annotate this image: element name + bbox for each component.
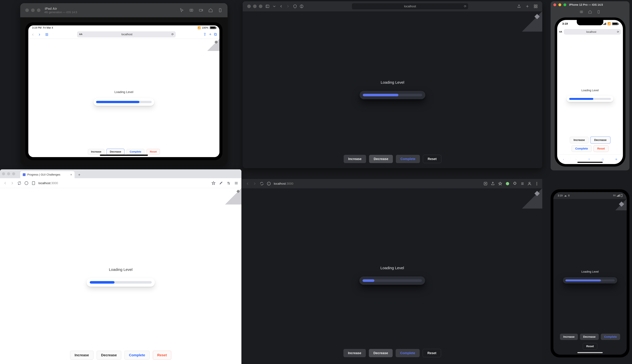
shield-icon[interactable] xyxy=(293,4,297,8)
record-icon[interactable] xyxy=(199,8,203,12)
reset-button[interactable]: Reset xyxy=(583,343,597,350)
rotate-icon[interactable] xyxy=(218,8,222,12)
reset-button[interactable]: Reset xyxy=(423,155,441,163)
reset-button[interactable]: Reset xyxy=(146,149,160,154)
decrease-button[interactable]: Decrease xyxy=(580,334,599,340)
tab[interactable]: Progress | GUI Challenges × xyxy=(20,171,74,178)
zoom-button[interactable] xyxy=(12,172,15,175)
decrease-button[interactable]: Decrease xyxy=(97,351,121,360)
menu-button[interactable] xyxy=(535,182,539,186)
forward-button[interactable]: › xyxy=(38,32,42,37)
bookmark-button[interactable] xyxy=(498,182,502,186)
increase-button[interactable]: Increase xyxy=(70,351,94,360)
eyedropper-icon[interactable] xyxy=(219,181,223,185)
complete-button[interactable]: Complete xyxy=(601,334,620,340)
traffic-lights[interactable] xyxy=(247,4,262,8)
settings-icon[interactable] xyxy=(226,181,231,185)
url-field[interactable]: localhost:3000 xyxy=(38,181,208,185)
new-tab-button[interactable] xyxy=(525,4,529,8)
home-indicator[interactable] xyxy=(578,162,603,163)
screenshot-icon[interactable] xyxy=(580,10,583,14)
traffic-lights[interactable] xyxy=(2,172,15,175)
close-button[interactable] xyxy=(2,172,5,175)
new-tab-button[interactable]: + xyxy=(209,32,212,37)
reset-button[interactable]: Reset xyxy=(423,349,441,357)
traffic-lights[interactable] xyxy=(25,8,40,12)
close-button[interactable] xyxy=(25,8,29,12)
pointer-icon[interactable] xyxy=(180,8,184,12)
back-button[interactable]: ‹ xyxy=(31,32,35,37)
url-field[interactable]: localhost ⟳ xyxy=(564,29,621,35)
screenshot-icon[interactable] xyxy=(189,8,194,12)
new-tab-button[interactable]: + xyxy=(77,172,82,177)
bookmarks-button[interactable]: ▢ xyxy=(602,158,604,160)
increase-button[interactable]: Increase xyxy=(88,149,104,154)
extension-icon[interactable] xyxy=(505,182,510,186)
share-button[interactable] xyxy=(517,4,521,8)
share-button[interactable]: ⇧ xyxy=(588,158,590,160)
decrease-button[interactable]: Decrease xyxy=(369,155,393,163)
back-button[interactable] xyxy=(3,181,7,185)
increase-button[interactable]: Increase xyxy=(344,155,366,163)
site-info-icon[interactable] xyxy=(24,181,28,185)
forward-button[interactable] xyxy=(286,4,290,8)
reader-button[interactable]: AA xyxy=(559,31,562,33)
back-button[interactable] xyxy=(246,182,250,186)
reload-button[interactable] xyxy=(17,181,22,185)
minimize-button[interactable] xyxy=(7,172,10,175)
close-button[interactable] xyxy=(554,4,556,6)
zoom-button[interactable] xyxy=(37,8,40,12)
complete-button[interactable]: Complete xyxy=(124,351,150,360)
minimize-button[interactable] xyxy=(558,4,561,6)
increase-button[interactable]: Increase xyxy=(570,137,588,143)
zoom-button[interactable] xyxy=(259,4,262,8)
complete-button[interactable]: Complete xyxy=(396,155,420,163)
home-icon[interactable] xyxy=(588,10,592,14)
decrease-button[interactable]: Decrease xyxy=(590,137,610,143)
home-icon[interactable] xyxy=(208,8,213,12)
tabs-button[interactable]: ⧉ xyxy=(214,32,217,37)
rotate-icon[interactable] xyxy=(597,10,600,14)
close-button[interactable] xyxy=(247,4,251,8)
appearance-icon[interactable] xyxy=(300,4,304,8)
url-field[interactable]: localhost ⟳ xyxy=(352,3,468,9)
increase-button[interactable]: Increase xyxy=(344,349,366,357)
chevron-down-icon[interactable] xyxy=(272,4,276,8)
minimize-button[interactable] xyxy=(253,4,256,8)
decrease-button[interactable]: Decrease xyxy=(369,349,392,357)
tabs-button[interactable]: ⧉ xyxy=(616,158,617,160)
forward-button[interactable] xyxy=(252,182,257,186)
extensions-button[interactable] xyxy=(513,182,517,186)
sidebar-button[interactable] xyxy=(266,4,270,8)
menu-button[interactable] xyxy=(234,181,238,185)
home-indicator[interactable] xyxy=(100,154,148,156)
reload-button[interactable]: ⟳ xyxy=(172,33,174,36)
profile-icon[interactable] xyxy=(527,182,532,186)
increase-button[interactable]: Increase xyxy=(560,334,578,340)
home-indicator[interactable] xyxy=(578,352,603,353)
decrease-button[interactable]: Decrease xyxy=(107,149,124,154)
reload-button[interactable] xyxy=(260,182,264,186)
minimize-button[interactable] xyxy=(31,8,35,12)
forward-button[interactable]: › xyxy=(576,158,576,160)
share-button[interactable]: ⇧ xyxy=(203,32,206,37)
install-icon[interactable] xyxy=(483,182,488,186)
reader-button[interactable]: AA xyxy=(79,33,82,36)
back-button[interactable]: ‹ xyxy=(563,158,564,160)
zoom-button[interactable] xyxy=(564,4,566,6)
ipad-titlebar[interactable]: iPad Air 4th generation — iOS 14.5 xyxy=(20,3,228,17)
reading-list-icon[interactable] xyxy=(520,182,524,186)
site-info-icon[interactable] xyxy=(267,182,271,186)
forward-button[interactable] xyxy=(10,181,14,185)
reset-button[interactable]: Reset xyxy=(594,145,608,152)
reload-button[interactable]: ⟳ xyxy=(617,30,619,33)
iphone-titlebar[interactable]: iPhone 12 Pro — iOS 14.5 xyxy=(550,1,630,8)
tabs-button[interactable] xyxy=(534,4,538,8)
reset-button[interactable]: Reset xyxy=(153,351,171,360)
share-icon[interactable] xyxy=(491,182,495,186)
complete-button[interactable]: Complete xyxy=(572,145,592,152)
url-field[interactable]: AA localhost ⟳ xyxy=(77,31,176,38)
tab-close-button[interactable]: × xyxy=(70,173,72,176)
complete-button[interactable]: Complete xyxy=(396,349,420,357)
url-field[interactable]: localhost:3000 xyxy=(274,182,480,186)
